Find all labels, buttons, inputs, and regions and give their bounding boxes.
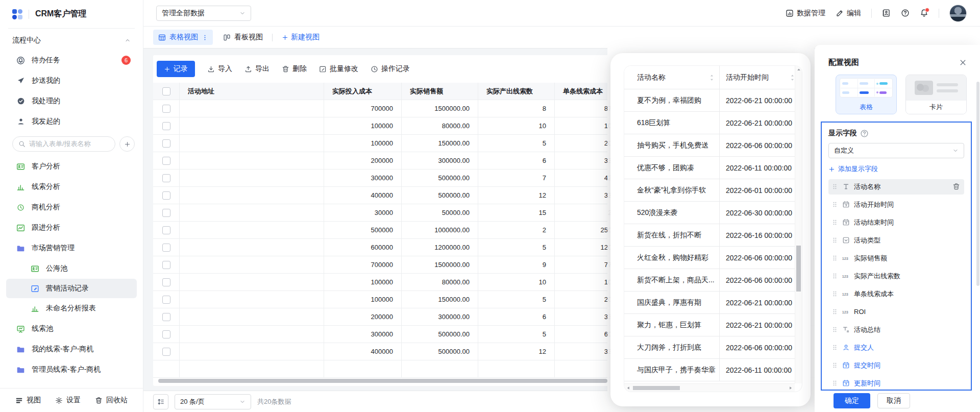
kebab-menu-icon[interactable] — [202, 34, 208, 41]
drag-handle-icon[interactable] — [832, 236, 838, 244]
drag-handle-icon[interactable] — [832, 344, 838, 351]
campaign-row[interactable]: 抽号购买，手机免费送2022-06-06 00:00:00 — [624, 134, 802, 157]
row-checkbox[interactable] — [162, 313, 170, 321]
column-header-name[interactable]: 活动名称 — [624, 66, 719, 89]
sort-icon[interactable] — [709, 74, 714, 81]
campaign-row[interactable]: 新货不断上架，商品天...2022-06-06 00:00:00 — [624, 269, 802, 292]
horizontal-scroll-thumb[interactable] — [633, 386, 680, 390]
column-header-start-time[interactable]: 活动开始时间 — [719, 66, 796, 89]
data-manage-button[interactable]: 数据管理 — [786, 9, 825, 18]
delete-button[interactable]: 删除 — [282, 64, 307, 74]
row-checkbox[interactable] — [162, 261, 170, 269]
vertical-scroll-thumb[interactable] — [796, 246, 801, 292]
drag-handle-icon[interactable] — [832, 254, 838, 262]
row-checkbox[interactable] — [162, 348, 170, 356]
sidebar-section-process[interactable]: 流程中心 — [0, 31, 143, 50]
display-field-活动名称[interactable]: 活动名称 — [828, 179, 964, 195]
popover-vertical-scrollbar[interactable] — [795, 66, 802, 383]
campaign-row[interactable]: 聚力，钜惠，巨划算2022-06-21 00:00:00 — [624, 314, 802, 336]
export-button[interactable]: 导出 — [244, 64, 270, 74]
campaign-row[interactable]: 新货在线，折扣不断2022-06-16 00:00:00 — [624, 224, 802, 247]
scroll-left-icon[interactable] — [626, 385, 631, 391]
drag-handle-icon[interactable] — [832, 183, 838, 190]
sidebar-item-市场营销管理[interactable]: 市场营销管理 — [0, 238, 143, 258]
sidebar-item-管理员线索-客户-商机[interactable]: 管理员线索-客户-商机 — [0, 359, 143, 380]
sidebar-item-未命名分析报表[interactable]: 未命名分析报表 — [0, 298, 143, 319]
display-field-单条线索成本[interactable]: 123单条线索成本 — [828, 286, 964, 302]
row-checkbox[interactable] — [162, 296, 170, 304]
display-field-ROI[interactable]: 123ROI — [828, 304, 964, 320]
display-field-提交时间[interactable]: 提交时间 — [828, 358, 964, 373]
page-size-select[interactable]: 20 条/页 — [175, 394, 251, 409]
campaign-row[interactable]: 大刀阔斧，打折到底2022-06-06 00:00:00 — [624, 336, 802, 359]
row-height-button[interactable] — [153, 394, 168, 409]
campaign-row[interactable]: 520浪漫来袭2022-06-30 00:00:00 — [624, 202, 802, 224]
tab-board-view[interactable]: 看板视图 — [223, 33, 263, 42]
campaign-row[interactable]: 与国庆甲子，携手奏华章2022-06-11 00:00:00 — [624, 359, 802, 381]
sidebar-item-我处理的[interactable]: 我处理的 — [0, 91, 143, 111]
scroll-right-icon[interactable] — [788, 385, 793, 391]
row-checkbox[interactable] — [162, 209, 170, 217]
row-checkbox[interactable] — [162, 105, 170, 113]
sidebar-footer-视图[interactable]: 视图 — [15, 396, 41, 405]
view-type-card-card[interactable]: 卡片 — [905, 75, 967, 114]
add-record-button[interactable]: 记录 — [157, 61, 195, 77]
drag-handle-icon[interactable] — [832, 308, 838, 316]
contacts-button[interactable] — [882, 9, 891, 17]
campaign-row[interactable]: 国庆盛典，厚惠有期2022-06-21 00:00:00 — [624, 292, 802, 314]
drag-handle-icon[interactable] — [832, 201, 838, 208]
cancel-button[interactable]: 取消 — [877, 393, 910, 408]
row-checkbox[interactable] — [162, 244, 170, 252]
campaign-row[interactable]: 金秋“豪”礼拿到你手软2022-06-01 00:00:00 — [624, 179, 802, 202]
sidebar-item-抄送我的[interactable]: 抄送我的 — [0, 70, 143, 91]
user-avatar[interactable] — [949, 5, 967, 22]
operation-log-button[interactable]: 操作记录 — [371, 64, 410, 74]
row-checkbox[interactable] — [162, 191, 170, 200]
close-icon[interactable] — [959, 59, 967, 66]
campaign-row[interactable]: 夏不为例，幸福团购2022-06-21 00:00:00 — [624, 89, 802, 112]
row-checkbox[interactable] — [162, 330, 170, 338]
sidebar-item-商机分析[interactable]: 商机分析 — [0, 197, 143, 217]
display-field-活动类型[interactable]: 活动类型 — [828, 233, 964, 248]
row-checkbox[interactable] — [162, 174, 170, 182]
display-field-活动总结[interactable]: 活动总结 — [828, 322, 964, 337]
add-form-button[interactable] — [119, 136, 135, 152]
search-input[interactable]: 请输入表单/报表名称 — [12, 136, 115, 152]
display-field-实际销售额[interactable]: 123实际销售额 — [828, 251, 964, 266]
horizontal-scrollbar[interactable] — [158, 379, 607, 383]
sidebar-item-我发起的[interactable]: 我发起的 — [0, 111, 143, 132]
row-checkbox[interactable] — [162, 139, 170, 148]
info-icon[interactable] — [860, 129, 869, 138]
sidebar-item-我的线索-客户-商机[interactable]: 我的线索-客户-商机 — [0, 339, 143, 359]
sidebar-footer-回收站[interactable]: 回收站 — [95, 396, 128, 405]
help-button[interactable] — [901, 9, 910, 17]
drag-handle-icon[interactable] — [832, 290, 838, 298]
config-panel-scrollbar[interactable] — [976, 82, 979, 286]
add-display-field-button[interactable]: 添加显示字段 — [828, 164, 878, 174]
sidebar-item-线索池[interactable]: 线索池 — [0, 319, 143, 339]
view-type-table-card[interactable]: 表格 — [836, 75, 897, 114]
tab-table-view[interactable]: 表格视图 — [153, 30, 213, 45]
batch-edit-button[interactable]: 批量修改 — [319, 64, 358, 74]
row-checkbox[interactable] — [162, 226, 170, 234]
scroll-up-icon[interactable] — [796, 67, 801, 72]
campaign-row[interactable]: 优惠不够，团购凑2022-06-11 00:00:00 — [624, 157, 802, 179]
display-field-活动结束时间[interactable]: 活动结束时间 — [828, 215, 964, 230]
display-field-实际产出线索数[interactable]: 123实际产出线索数 — [828, 269, 964, 284]
collapse-icon[interactable] — [125, 37, 131, 43]
remove-field-icon[interactable] — [952, 183, 960, 190]
import-button[interactable]: 导入 — [207, 64, 232, 74]
confirm-button[interactable]: 确定 — [834, 393, 870, 408]
sidebar-item-跟进分析[interactable]: 跟进分析 — [0, 217, 143, 238]
sidebar-item-营销活动记录[interactable]: 营销活动记录 — [6, 279, 137, 298]
sidebar-item-待办任务[interactable]: 待办任务6 — [0, 50, 143, 70]
display-field-更新时间[interactable]: 更新时间 — [828, 376, 964, 391]
row-checkbox[interactable] — [162, 157, 170, 165]
select-all-checkbox[interactable] — [162, 87, 170, 95]
popover-horizontal-scrollbar[interactable] — [624, 383, 795, 392]
drag-handle-icon[interactable] — [832, 326, 838, 333]
sidebar-item-公海池[interactable]: 公海池 — [0, 258, 143, 279]
sidebar-item-客户分析[interactable]: 客户分析 — [0, 156, 143, 177]
drag-handle-icon[interactable] — [832, 272, 838, 280]
campaign-row[interactable]: 618巨划算2022-06-21 00:00:00 — [624, 112, 802, 134]
